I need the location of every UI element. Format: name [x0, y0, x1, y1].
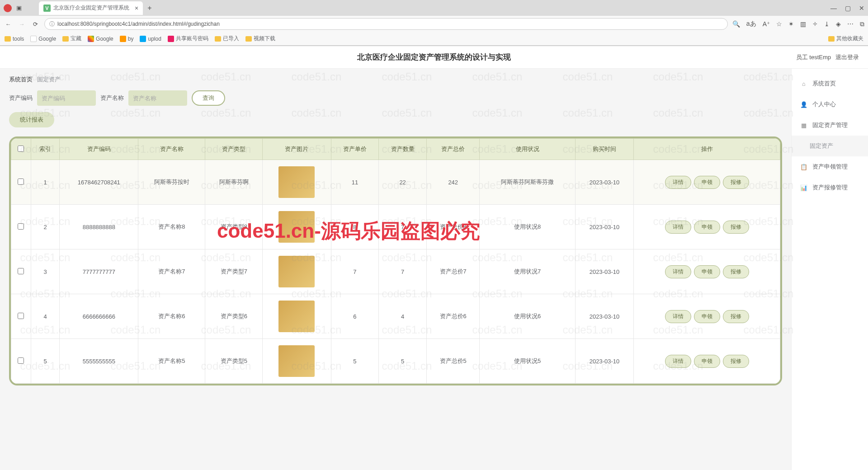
nav-repair[interactable]: 📊资产报修管理: [792, 177, 868, 198]
row-checkbox[interactable]: [18, 268, 24, 274]
split-icon[interactable]: ⧉: [860, 20, 864, 28]
col-header: 操作: [634, 139, 780, 160]
repair-button[interactable]: 报修: [723, 310, 749, 323]
url-bar[interactable]: ⓘ localhost:8080/springbootc4c1/admin/di…: [44, 18, 728, 30]
nav-home[interactable]: ⌂系统首页: [792, 73, 868, 94]
repair-button[interactable]: 报修: [723, 355, 749, 368]
collections-icon[interactable]: ✧: [812, 20, 818, 28]
nav-asset-sub[interactable]: 固定资产: [792, 136, 868, 156]
table-cell: 资产总价6: [426, 294, 479, 339]
maximize-icon[interactable]: ▢: [845, 5, 851, 12]
table-cell: 使用状况6: [480, 294, 575, 339]
breadcrumb-current: 固定资产: [37, 76, 61, 83]
folder-icon: [245, 36, 252, 42]
table-cell: 1: [31, 160, 59, 205]
table-cell: 4: [379, 294, 427, 339]
close-icon[interactable]: ✕: [859, 5, 864, 12]
claim-button[interactable]: 申领: [694, 221, 720, 234]
table-cell: 资产总价5: [426, 339, 479, 384]
table-cell: 242: [426, 160, 479, 205]
more-icon[interactable]: ⋯: [847, 20, 854, 28]
repair-button[interactable]: 报修: [723, 221, 749, 234]
breadcrumb-home[interactable]: 系统首页: [9, 76, 33, 83]
tab-title: 北京医疗企业固定资产管理系统: [53, 4, 129, 12]
back-icon[interactable]: ←: [4, 21, 13, 28]
row-checkbox[interactable]: [18, 357, 24, 364]
app: 北京医疗企业固定资产管理系统的设计与实现 员工 testEmp 退出登录 系统首…: [0, 46, 868, 470]
sidebar-icon[interactable]: ▥: [800, 20, 806, 28]
nav-personal[interactable]: 👤个人中心: [792, 94, 868, 115]
detail-button[interactable]: 详情: [665, 265, 691, 278]
bookmark-item[interactable]: Google: [30, 36, 56, 42]
bookmark-item[interactable]: by: [120, 36, 134, 42]
select-all-checkbox[interactable]: [18, 146, 24, 152]
detail-button[interactable]: 详情: [665, 176, 691, 189]
download-icon[interactable]: ⤓: [824, 20, 830, 28]
col-header: 资产总价: [426, 139, 479, 160]
bookmark-item[interactable]: 已导入: [215, 35, 239, 42]
table-cell: 资产总价7: [426, 249, 479, 294]
table-cell: 2023-03-10: [575, 249, 633, 294]
query-button[interactable]: 查询: [192, 90, 225, 106]
info-icon[interactable]: ⓘ: [49, 20, 55, 28]
ext2-icon[interactable]: ◈: [836, 20, 841, 28]
tab-favicon: V: [43, 5, 51, 12]
nav-asset-mgmt[interactable]: ▦固定资产管理: [792, 115, 868, 136]
filter-code-input[interactable]: [37, 90, 96, 106]
close-tab-icon[interactable]: ×: [135, 5, 138, 12]
detail-button[interactable]: 详情: [665, 355, 691, 368]
bookmark-item[interactable]: uplod: [140, 36, 161, 42]
filter-name-input[interactable]: [128, 90, 187, 106]
favorite-icon[interactable]: ☆: [776, 20, 782, 28]
detail-button[interactable]: 详情: [665, 310, 691, 323]
profile-icon[interactable]: [4, 4, 12, 12]
table-cell: 7: [379, 205, 427, 249]
ext1-icon[interactable]: ✶: [788, 20, 794, 28]
row-checkbox[interactable]: [18, 313, 24, 319]
table-cell: 5: [31, 339, 59, 384]
nav-claim[interactable]: 📋资产申领管理: [792, 156, 868, 177]
table-cell: 22: [379, 160, 427, 205]
col-header: 使用状况: [480, 139, 575, 160]
row-checkbox[interactable]: [18, 179, 24, 185]
workspaces-icon[interactable]: ▣: [16, 5, 22, 11]
minimize-icon[interactable]: —: [830, 5, 837, 12]
asset-image: [278, 166, 315, 198]
bookmark-item[interactable]: 宝藏: [62, 35, 81, 42]
repair-button[interactable]: 报修: [723, 265, 749, 278]
breadcrumb: 系统首页 固定资产: [9, 75, 782, 84]
new-tab-icon[interactable]: +: [147, 4, 151, 12]
translate-icon[interactable]: aあ: [746, 20, 756, 28]
claim-button[interactable]: 申领: [694, 310, 720, 323]
repair-button[interactable]: 报修: [723, 176, 749, 189]
bookmark-item[interactable]: 共享账号密码: [168, 35, 208, 42]
read-aloud-icon[interactable]: A⁺: [763, 20, 770, 28]
table-cell: 阿斯蒂芬阿斯蒂芬撒: [480, 160, 575, 205]
table-row: 37777777777资产名称7资产类型777资产总价7使用状况72023-03…: [11, 249, 780, 294]
browser-tab[interactable]: V 北京医疗企业固定资产管理系统 ×: [39, 1, 143, 15]
detail-button[interactable]: 详情: [665, 221, 691, 234]
other-bookmarks[interactable]: 其他收藏夹: [828, 35, 863, 42]
browser-chrome: ▣ V 北京医疗企业固定资产管理系统 × + — ▢ ✕ ← → ⟳ ⓘ loc…: [0, 0, 868, 46]
refresh-icon[interactable]: ⟳: [31, 21, 40, 28]
claim-button[interactable]: 申领: [694, 355, 720, 368]
claim-button[interactable]: 申领: [694, 265, 720, 278]
table-cell: [11, 294, 31, 339]
filter-code-label: 资产编码: [9, 94, 33, 102]
user-label: 员工 testEmp: [796, 53, 831, 61]
stats-button[interactable]: 统计报表: [9, 112, 54, 127]
col-header: 资产图片: [263, 139, 331, 160]
claim-button[interactable]: 申领: [694, 176, 720, 189]
bookmark-item[interactable]: Google: [88, 36, 113, 42]
bookmark-item[interactable]: 视频下载: [245, 35, 275, 42]
table-cell: 使用状况7: [480, 249, 575, 294]
row-checkbox[interactable]: [18, 223, 24, 230]
logout-link[interactable]: 退出登录: [835, 53, 859, 61]
folder-icon: [215, 36, 221, 42]
bookmark-item[interactable]: tools: [5, 36, 24, 42]
filter-name-label: 资产名称: [100, 94, 124, 102]
search-toolbar-icon[interactable]: 🔍: [732, 20, 740, 28]
table-cell: 2023-03-10: [575, 294, 633, 339]
page-icon: [30, 36, 37, 42]
titlebar: ▣ V 北京医疗企业固定资产管理系统 × + — ▢ ✕: [0, 0, 868, 16]
